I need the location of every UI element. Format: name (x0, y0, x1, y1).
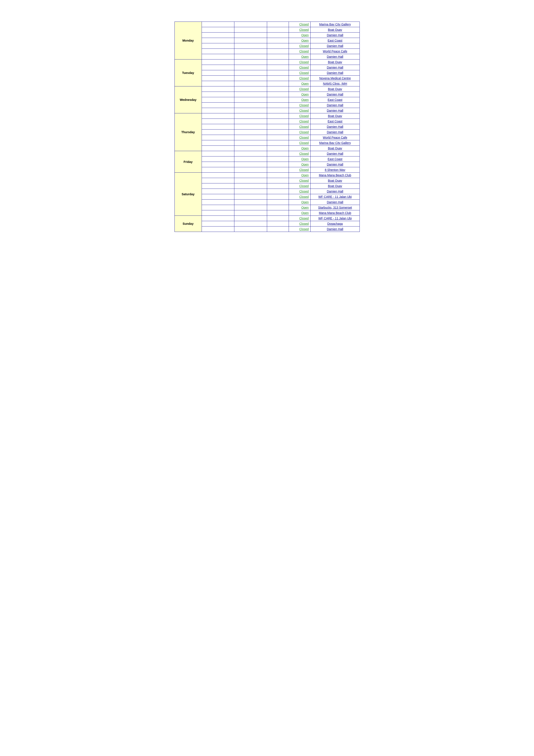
status-link[interactable]: Open (301, 147, 309, 150)
status-cell[interactable]: Closed (289, 189, 311, 194)
location-link[interactable]: Marina Bay City Gallery (319, 23, 351, 26)
location-link[interactable]: Boat Quay (328, 28, 342, 32)
location-cell[interactable]: East Coast (311, 97, 360, 103)
status-link[interactable]: Closed (299, 136, 309, 139)
status-cell[interactable]: Closed (289, 108, 311, 113)
status-cell[interactable]: Open (289, 156, 311, 162)
status-cell[interactable]: Closed (289, 76, 311, 81)
location-cell[interactable]: Boat Quay (311, 113, 360, 119)
status-cell[interactable]: Closed (289, 221, 311, 227)
status-link[interactable]: Closed (299, 103, 309, 107)
location-cell[interactable]: Boat Quay (311, 60, 360, 65)
status-cell[interactable]: Closed (289, 27, 311, 33)
status-cell[interactable]: Closed (289, 22, 311, 27)
location-link[interactable]: Novena Medical Centre (319, 76, 351, 80)
location-cell[interactable]: WF CARE - 11 Jalan Ubi (311, 216, 360, 221)
status-link[interactable]: Closed (299, 114, 309, 118)
location-link[interactable]: Damien Hall (327, 152, 343, 155)
location-link[interactable]: Boat Quay (328, 179, 342, 182)
status-cell[interactable]: Closed (289, 124, 311, 129)
location-link[interactable]: East Coast (328, 120, 342, 123)
location-link[interactable]: Marina Bay City Gallery (319, 141, 351, 145)
status-cell[interactable]: Open (289, 92, 311, 97)
location-cell[interactable]: Damien Hall (311, 151, 360, 156)
status-link[interactable]: Open (301, 82, 309, 85)
location-link[interactable]: Damien Hall (327, 71, 343, 74)
location-cell[interactable]: Damien Hall (311, 33, 360, 38)
location-link[interactable]: Mana Mana Beach Club (319, 211, 351, 215)
status-cell[interactable]: Open (289, 173, 311, 178)
location-cell[interactable]: Damien Hall (311, 70, 360, 76)
location-cell[interactable]: Damien Hall (311, 200, 360, 205)
location-cell[interactable]: Damien Hall (311, 54, 360, 60)
status-link[interactable]: Open (301, 93, 309, 96)
status-link[interactable]: Open (301, 33, 309, 37)
status-cell[interactable]: Closed (289, 183, 311, 189)
location-link[interactable]: Boat Quay (328, 87, 342, 91)
location-link[interactable]: WF CARE - 11 Jalan Ubi (318, 217, 352, 220)
location-cell[interactable]: Damien Hall (311, 92, 360, 97)
location-link[interactable]: Damien Hall (327, 66, 343, 69)
location-link[interactable]: World Peace Cafe (323, 50, 347, 53)
status-link[interactable]: Open (301, 39, 309, 42)
location-link[interactable]: Damien Hall (327, 201, 343, 204)
location-cell[interactable]: Damien Hall (311, 227, 360, 232)
status-cell[interactable]: Open (289, 33, 311, 38)
location-cell[interactable]: East Coast (311, 156, 360, 162)
status-cell[interactable]: Closed (289, 113, 311, 119)
status-cell[interactable]: Open (289, 162, 311, 167)
location-link[interactable]: Damien Hall (327, 163, 343, 166)
location-link[interactable]: Damien Hall (327, 33, 343, 37)
status-cell[interactable]: Open (289, 97, 311, 103)
location-cell[interactable]: Marina Bay City Gallery (311, 140, 360, 146)
status-cell[interactable]: Open (289, 146, 311, 151)
status-link[interactable]: Open (301, 201, 309, 204)
status-cell[interactable]: Open (289, 210, 311, 216)
status-cell[interactable]: Open (289, 54, 311, 60)
location-link[interactable]: World Peace Cafe (323, 136, 347, 139)
status-link[interactable]: Closed (299, 71, 309, 74)
location-cell[interactable]: Mana Mana Beach Club (311, 210, 360, 216)
status-link[interactable]: Closed (299, 190, 309, 193)
status-link[interactable]: Closed (299, 120, 309, 123)
status-cell[interactable]: Closed (289, 151, 311, 156)
status-link[interactable]: Closed (299, 179, 309, 182)
status-cell[interactable]: Closed (289, 70, 311, 76)
status-link[interactable]: Closed (299, 184, 309, 188)
location-cell[interactable]: Damien Hall (311, 162, 360, 167)
location-link[interactable]: Boat Quay (328, 147, 342, 150)
location-link[interactable]: Damien Hall (327, 55, 343, 58)
status-cell[interactable]: Open (289, 38, 311, 43)
status-cell[interactable]: Closed (289, 178, 311, 183)
location-cell[interactable]: Damien Hall (311, 108, 360, 113)
location-cell[interactable]: Damien Hall (311, 124, 360, 129)
location-cell[interactable]: Boat Quay (311, 178, 360, 183)
status-link[interactable]: Closed (299, 152, 309, 155)
location-cell[interactable]: East Coast (311, 119, 360, 124)
location-link[interactable]: East Coast (328, 39, 342, 42)
location-link[interactable]: Damien Hall (327, 125, 343, 128)
status-link[interactable]: Open (301, 174, 309, 177)
location-cell[interactable]: Damien Hall (311, 129, 360, 135)
location-cell[interactable]: Damien Hall (311, 65, 360, 70)
status-cell[interactable]: Closed (289, 135, 311, 140)
location-cell[interactable]: World Peace Cafe (311, 49, 360, 54)
location-cell[interactable]: Novena Medical Centre (311, 76, 360, 81)
location-cell[interactable]: East Coast (311, 38, 360, 43)
location-cell[interactable]: Mana Mana Beach Club (311, 173, 360, 178)
location-cell[interactable]: Boat Quay (311, 183, 360, 189)
location-link[interactable]: Damien Hall (327, 109, 343, 112)
status-link[interactable]: Open (301, 211, 309, 215)
status-cell[interactable]: Closed (289, 167, 311, 173)
status-link[interactable]: Open (301, 157, 309, 161)
status-link[interactable]: Closed (299, 217, 309, 220)
status-link[interactable]: Closed (299, 23, 309, 26)
status-link[interactable]: Closed (299, 228, 309, 231)
location-cell[interactable]: Damien Hall (311, 189, 360, 194)
location-cell[interactable]: Marina Bay City Gallery (311, 22, 360, 27)
status-link[interactable]: Closed (299, 66, 309, 69)
location-link[interactable]: Damien Hall (327, 190, 343, 193)
status-link[interactable]: Closed (299, 28, 309, 32)
status-cell[interactable]: Open (289, 205, 311, 210)
status-link[interactable]: Closed (299, 87, 309, 91)
